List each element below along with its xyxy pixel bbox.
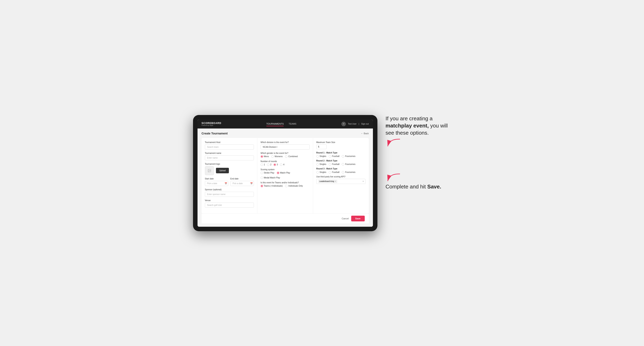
rounds-label: Number of rounds — [261, 160, 310, 163]
round2-fourball-label: Fourball — [332, 163, 339, 165]
round3-fourball[interactable]: Fourball — [329, 171, 339, 173]
image-icon — [208, 169, 211, 173]
scoring-label: Scoring system — [261, 169, 310, 171]
start-date-group: Start date 📅 — [205, 177, 228, 186]
round1-singles-radio[interactable] — [316, 155, 319, 158]
sponsor-label: Sponsor (optional) — [205, 188, 254, 191]
rounds-3[interactable]: 3 — [274, 164, 278, 166]
nav-separator: | — [358, 123, 359, 125]
gender-mens[interactable]: Mens — [261, 155, 269, 158]
nav-logo-sub: Powered by clippit — [202, 125, 222, 126]
round3-singles[interactable]: Singles — [316, 171, 326, 173]
teams-individuals[interactable]: Individuals Only — [285, 185, 303, 187]
tournament-host-input[interactable] — [205, 145, 254, 150]
cancel-button[interactable]: Cancel — [342, 217, 349, 220]
round2-singles-radio[interactable] — [316, 163, 319, 166]
round3-options: Singles Fourball Foursomes — [316, 171, 366, 173]
max-team-size-input[interactable] — [316, 145, 326, 149]
round2-label: Round 2 - Match Type — [316, 160, 366, 162]
teams-individuals-radio[interactable] — [285, 185, 288, 187]
arrow-bottom-icon — [386, 173, 402, 183]
teams-teams[interactable]: Teams (+Individuals) — [261, 185, 283, 187]
division-select[interactable]: NCAA Division I — [261, 145, 310, 150]
svg-point-1 — [208, 170, 209, 170]
rounds-4-radio[interactable] — [280, 164, 282, 166]
api-tag-remove[interactable]: × — [335, 180, 336, 182]
rounds-3-radio[interactable] — [274, 164, 276, 166]
gender-label: Which gender is the event for? — [261, 152, 310, 154]
round2-singles[interactable]: Singles — [316, 163, 326, 166]
scoring-match[interactable]: Match Play — [277, 172, 290, 174]
rounds-1[interactable]: 1 — [261, 164, 265, 166]
form-col-1: Tournament Host Tournament name Tourname… — [202, 138, 257, 213]
rounds-radio-group: 1 2 3 — [261, 164, 310, 166]
venue-input[interactable] — [205, 202, 254, 208]
rounds-4[interactable]: 4 — [280, 164, 284, 166]
teams-teams-radio[interactable] — [261, 185, 263, 187]
nav-signout[interactable]: Sign out — [361, 123, 369, 125]
api-label: Use third-party live scoring API? — [316, 175, 366, 178]
sponsor-input[interactable] — [205, 192, 254, 197]
round1-fourball-label: Fourball — [332, 155, 339, 157]
api-tag: Leaderboard King × — [318, 180, 337, 183]
gender-womens[interactable]: Womens — [271, 155, 282, 158]
gender-combined-label: Combined — [288, 155, 298, 158]
nav-link-teams[interactable]: TEAMS — [288, 122, 296, 126]
scoring-medal[interactable]: Medal Match Play — [261, 176, 280, 179]
upload-button[interactable]: Upload — [216, 168, 229, 173]
venue-label: Venue — [205, 199, 254, 201]
page-title: Create Tournament — [202, 132, 228, 135]
round3-singles-label: Singles — [320, 171, 326, 173]
logo-upload: Upload — [205, 166, 254, 175]
round1-options: Singles Fourball Foursomes — [316, 155, 366, 158]
round3-label: Round 3 - Match Type — [316, 168, 366, 170]
annotation-bottom-text: Complete and hit Save. — [386, 183, 451, 190]
back-link[interactable]: ← Back — [361, 132, 369, 135]
round3-foursomes-radio[interactable] — [342, 171, 344, 173]
arrow-top-icon — [386, 138, 402, 148]
gender-combined[interactable]: Combined — [285, 155, 298, 158]
scoring-stroke-label: Stroke Play — [264, 172, 274, 174]
tablet-screen: SCOREBOARD Powered by clippit TOURNAMENT… — [198, 120, 373, 227]
scoring-medal-radio[interactable] — [261, 176, 263, 179]
round3-fourball-radio[interactable] — [329, 171, 331, 173]
rounds-2[interactable]: 2 — [267, 164, 272, 166]
api-dropdown-icon: ▾ — [363, 180, 364, 182]
round1-singles[interactable]: Singles — [316, 155, 326, 158]
division-group: Which division is the event for? NCAA Di… — [261, 141, 310, 150]
save-button[interactable]: Save — [351, 216, 365, 221]
teams-group: Is this event for Teams and/or Individua… — [261, 181, 310, 187]
page-header: Create Tournament ← Back — [202, 132, 369, 135]
gender-womens-radio[interactable] — [271, 155, 274, 158]
gender-mens-radio[interactable] — [261, 155, 263, 158]
round1-foursomes-label: Foursomes — [345, 155, 355, 157]
scoring-match-radio[interactable] — [277, 172, 279, 174]
round1-fourball[interactable]: Fourball — [329, 155, 339, 158]
round2-fourball-radio[interactable] — [329, 163, 331, 166]
api-group: Use third-party live scoring API? Leader… — [316, 175, 366, 184]
round2-foursomes[interactable]: Foursomes — [342, 163, 355, 166]
gender-combined-radio[interactable] — [285, 155, 288, 158]
round3-singles-radio[interactable] — [316, 171, 319, 173]
round1-foursomes[interactable]: Foursomes — [342, 155, 355, 158]
tournament-name-input[interactable] — [205, 155, 254, 161]
api-select[interactable]: Leaderboard King × ▾ — [316, 179, 366, 184]
teams-teams-label: Teams (+Individuals) — [264, 185, 283, 187]
round3-match-type: Round 3 - Match Type Singles Fourball — [316, 168, 366, 173]
nav-link-tournaments[interactable]: TOURNAMENTS — [266, 122, 284, 126]
round2-foursomes-label: Foursomes — [345, 163, 355, 165]
rounds-2-radio[interactable] — [267, 164, 270, 166]
round1-foursomes-radio[interactable] — [342, 155, 344, 158]
scoring-stroke-radio[interactable] — [261, 172, 263, 174]
round2-fourball[interactable]: Fourball — [329, 163, 339, 166]
rounds-1-radio[interactable] — [261, 164, 263, 166]
round2-foursomes-radio[interactable] — [342, 163, 344, 166]
tournament-logo-group: Tournament logo Upload — [205, 163, 254, 175]
round1-fourball-radio[interactable] — [329, 155, 331, 158]
tablet-device: SCOREBOARD Powered by clippit TOURNAMENT… — [193, 115, 378, 231]
division-label: Which division is the event for? — [261, 141, 310, 144]
rounds-group: Number of rounds 1 2 — [261, 160, 310, 166]
scoring-stroke[interactable]: Stroke Play — [261, 172, 274, 174]
round3-foursomes[interactable]: Foursomes — [342, 171, 355, 173]
venue-group: Venue — [205, 199, 254, 208]
